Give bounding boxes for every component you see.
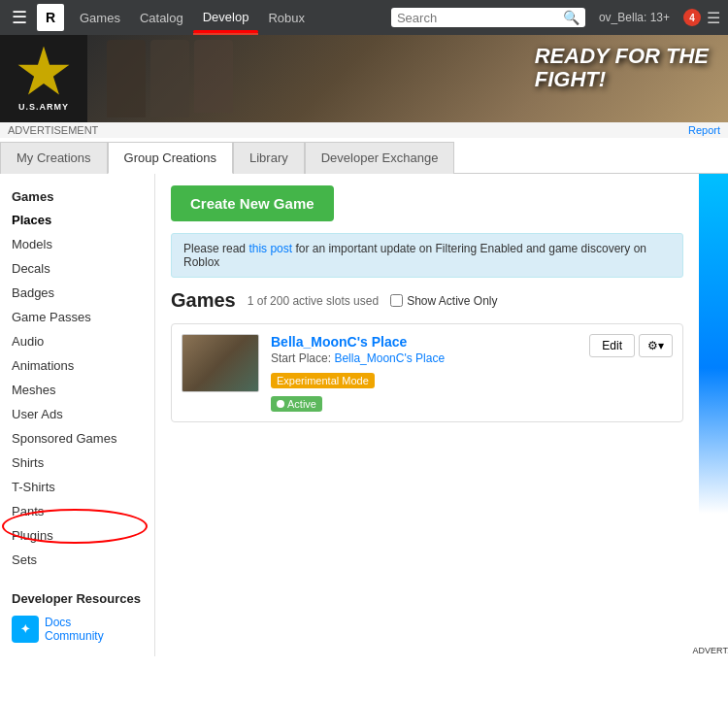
tab-group-creations[interactable]: Group Creations bbox=[108, 142, 233, 174]
sidebar-item-sets[interactable]: Sets bbox=[0, 548, 154, 572]
sidebar-wrapper: Games Places Models Decals Badges Game P… bbox=[0, 174, 155, 659]
army-logo: U.S.ARMY bbox=[0, 35, 87, 122]
game-thumbnail bbox=[182, 334, 259, 392]
sidebar-item-t-shirts[interactable]: T-Shirts bbox=[0, 475, 154, 499]
nav-develop[interactable]: Develop bbox=[193, 0, 259, 35]
slots-text: 1 of 200 active slots used bbox=[248, 294, 379, 308]
search-bar[interactable]: 🔍 bbox=[391, 8, 585, 27]
nav-links: Games Catalog Develop Robux bbox=[70, 0, 314, 35]
info-message-box: Please read this post for an important u… bbox=[171, 233, 683, 278]
docs-icon: ✦ bbox=[12, 616, 39, 643]
games-header: Games 1 of 200 active slots used Show Ac… bbox=[171, 289, 683, 312]
search-icon[interactable]: 🔍 bbox=[563, 10, 579, 25]
top-navigation: ☰ R Games Catalog Develop Robux 🔍 ov_Bel… bbox=[0, 0, 728, 35]
content-area: Games Places Models Decals Badges Game P… bbox=[0, 174, 728, 659]
create-new-game-button[interactable]: Create New Game bbox=[171, 185, 334, 221]
game-place: Start Place: Bella_MoonC's Place bbox=[271, 351, 578, 365]
info-text-pre: Please read bbox=[183, 242, 248, 255]
game-actions: Edit ⚙▾ bbox=[589, 334, 673, 357]
experimental-badge: Experimental Mode bbox=[271, 373, 375, 388]
start-place-label: Start Place: bbox=[271, 351, 331, 365]
search-input[interactable] bbox=[397, 11, 563, 25]
right-advertisement: ADVERT... bbox=[699, 174, 728, 659]
sidebar-item-sponsored-games[interactable]: Sponsored Games bbox=[0, 426, 154, 451]
sidebar-item-places[interactable]: Places bbox=[0, 208, 154, 232]
nav-games[interactable]: Games bbox=[70, 0, 130, 35]
games-title: Games bbox=[171, 289, 236, 312]
tab-my-creations[interactable]: My Creations bbox=[0, 142, 108, 174]
sidebar-item-pants[interactable]: Pants bbox=[0, 499, 154, 523]
active-badge: Active bbox=[271, 396, 322, 412]
banner-bottom: ADVERTISEMENT Report bbox=[0, 122, 728, 138]
banner-text: READY FOR THEFIGHT! bbox=[535, 45, 709, 91]
game-card: Bella_MoonC's Place Start Place: Bella_M… bbox=[171, 323, 683, 422]
hamburger-menu[interactable]: ☰ bbox=[8, 3, 31, 32]
settings-button[interactable]: ⚙▾ bbox=[639, 334, 673, 357]
sidebar-item-badges[interactable]: Badges bbox=[0, 281, 154, 305]
this-post-link[interactable]: this post bbox=[248, 242, 292, 255]
active-dot bbox=[277, 400, 284, 408]
start-place-link[interactable]: Bella_MoonC's Place bbox=[334, 351, 445, 365]
sidebar-item-models[interactable]: Models bbox=[0, 232, 154, 256]
sidebar-item-plugins[interactable]: Plugins bbox=[0, 523, 154, 548]
advertisement-banner: U.S.ARMY READY FOR THEFIGHT! bbox=[0, 35, 728, 122]
nav-robux[interactable]: Robux bbox=[258, 0, 314, 35]
user-label: ov_Bella: 13+ bbox=[591, 11, 678, 24]
develop-underline-indicator bbox=[193, 30, 259, 33]
ad-label: ADVERTISEMENT bbox=[0, 122, 106, 138]
chat-icon[interactable]: ☰ bbox=[707, 9, 720, 27]
sidebar-item-animations[interactable]: Animations bbox=[0, 353, 154, 378]
game-name-link[interactable]: Bella_MoonC's Place bbox=[271, 334, 407, 350]
docs-community-link[interactable]: ✦ DocsCommunity bbox=[0, 610, 154, 649]
sidebar-section-games: Games bbox=[0, 182, 154, 208]
docs-label: DocsCommunity bbox=[45, 616, 104, 643]
section-tabs: My Creations Group Creations Library Dev… bbox=[0, 142, 728, 174]
notification-badge[interactable]: 4 bbox=[683, 9, 701, 26]
edit-button[interactable]: Edit bbox=[589, 334, 635, 357]
sidebar-item-decals[interactable]: Decals bbox=[0, 256, 154, 281]
game-info: Bella_MoonC's Place Start Place: Bella_M… bbox=[271, 334, 578, 412]
show-active-checkbox[interactable] bbox=[390, 294, 403, 307]
show-active-text: Show Active Only bbox=[407, 294, 497, 308]
sidebar-item-user-ads[interactable]: User Ads bbox=[0, 402, 154, 426]
sidebar: Games Places Models Decals Badges Game P… bbox=[0, 174, 155, 656]
tab-library[interactable]: Library bbox=[233, 142, 305, 174]
show-active-label[interactable]: Show Active Only bbox=[390, 294, 497, 308]
roblox-logo[interactable]: R bbox=[37, 4, 64, 31]
sidebar-item-meshes[interactable]: Meshes bbox=[0, 378, 154, 402]
sidebar-item-game-passes[interactable]: Game Passes bbox=[0, 305, 154, 329]
sidebar-item-shirts[interactable]: Shirts bbox=[0, 451, 154, 475]
main-panel: Create New Game Please read this post fo… bbox=[155, 174, 699, 659]
nav-catalog[interactable]: Catalog bbox=[130, 0, 193, 35]
developer-resources-section: Developer Resources bbox=[0, 584, 154, 610]
report-link[interactable]: Report bbox=[680, 122, 728, 138]
tab-developer-exchange[interactable]: Developer Exchange bbox=[305, 142, 455, 174]
sidebar-item-audio[interactable]: Audio bbox=[0, 329, 154, 353]
